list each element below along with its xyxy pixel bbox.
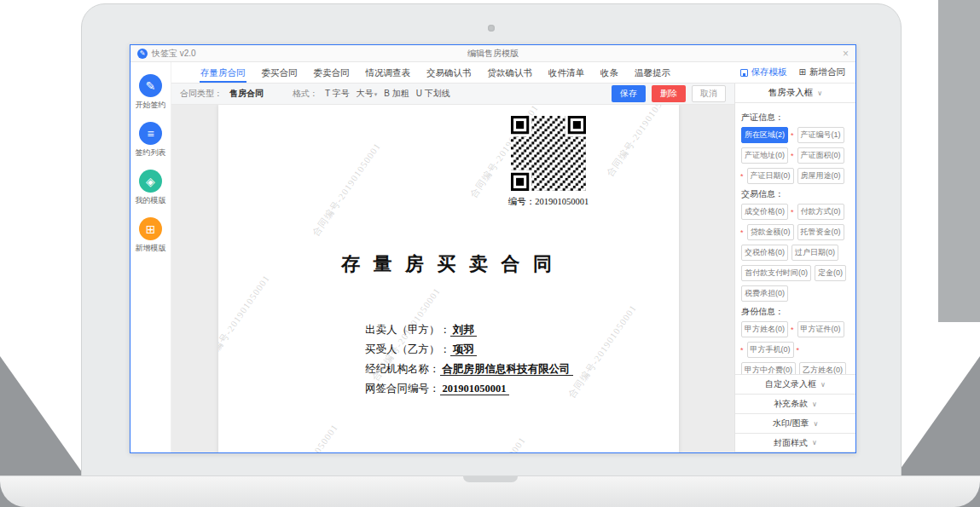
field-tag[interactable]: 产证地址(0): [741, 147, 788, 164]
font-size-button[interactable]: T 字号: [325, 88, 350, 100]
contract-field-row: 经纪机构名称：合肥房朋信息科技有限公司: [365, 360, 573, 379]
field-tag[interactable]: 房屋用途(0): [797, 168, 844, 184]
required-marker: *: [791, 208, 794, 216]
collapse-label: 补充条款: [774, 398, 808, 410]
field-value[interactable]: 项羽: [450, 343, 477, 356]
laptop-camera-dot: [488, 25, 495, 32]
tab-situation-survey[interactable]: 情况调查表: [365, 63, 412, 83]
contract-field-row: 买受人（乙方）：项羽: [365, 340, 573, 360]
field-tag[interactable]: 产证编号(1): [797, 127, 844, 143]
field-tag[interactable]: 乙方姓名(0): [799, 362, 846, 374]
collapse-cover-style[interactable]: 封面样式 ∨: [735, 433, 855, 452]
field-tag[interactable]: 首付款支付时间(0): [741, 265, 811, 281]
sidebar-item-label: 我的模版: [136, 195, 166, 206]
required-marker: *: [791, 152, 794, 160]
save-icon: [740, 69, 748, 77]
required-marker: *: [740, 346, 744, 354]
field-tag[interactable]: 付款方式(0): [797, 204, 844, 220]
qr-code: [511, 116, 586, 191]
tab-warm-tips[interactable]: 温馨提示: [634, 63, 671, 83]
field-tag[interactable]: 产证日期(0): [747, 168, 794, 184]
tab-stock-house-contract[interactable]: 存量房合同: [200, 63, 246, 83]
screenshot-stage: ✎ 快签宝 v2.0 编辑售房模版 × ✎ 开始签约 ≡ 签约列表 ◈ 我的模版: [0, 0, 980, 507]
panel-header-label: 售房录入框: [768, 87, 814, 99]
save-template-button[interactable]: 保存模板: [740, 66, 787, 78]
tab-receipt[interactable]: 收条: [600, 63, 619, 83]
section-title: 产证信息：: [741, 112, 850, 124]
collapse-extra-clauses[interactable]: 补充条款 ∨: [735, 394, 855, 413]
delete-button[interactable]: 删除: [652, 85, 686, 102]
tab-loan-confirmation[interactable]: 贷款确认书: [487, 63, 534, 83]
app-window: ✎ 快签宝 v2.0 编辑售房模版 × ✎ 开始签约 ≡ 签约列表 ◈ 我的模版: [130, 44, 856, 453]
field-tag[interactable]: 托管资金(0): [797, 224, 844, 240]
field-tag[interactable]: 所在区域(2): [741, 127, 788, 143]
field-value[interactable]: 合肥房朋信息科技有限公司: [440, 363, 573, 376]
field-tag[interactable]: 贷款金额(0): [747, 224, 794, 240]
sidebar-item-start-sign[interactable]: ✎ 开始签约: [136, 74, 166, 111]
watermark-text: 合同编号-201901050001: [310, 141, 384, 239]
chevron-down-icon: ∨: [812, 400, 817, 408]
field-tag[interactable]: 定金(0): [815, 265, 846, 281]
sidebar-item-my-templates[interactable]: ◈ 我的模版: [136, 170, 166, 206]
bold-button[interactable]: B 加粗: [384, 88, 409, 100]
section-title: 交易信息：: [741, 188, 850, 200]
field-value[interactable]: 201901050001: [440, 383, 509, 395]
caret-down-icon: ▾: [374, 91, 378, 97]
editor-column: 合同类型： 售房合同 格式： T 字号 大号▾ B 加粗 U 下划线 保存: [171, 84, 734, 452]
required-marker: *: [740, 172, 744, 181]
collapse-label: 封面样式: [774, 437, 808, 449]
sidebar-item-new-template[interactable]: ⊞ 新增模版: [136, 217, 166, 254]
underline-button[interactable]: U 下划线: [416, 88, 450, 100]
sidebar-item-sign-list[interactable]: ≡ 签约列表: [136, 122, 166, 158]
field-tag[interactable]: 过户日期(0): [792, 245, 838, 261]
save-template-label: 保存模板: [751, 66, 787, 78]
close-icon[interactable]: ×: [843, 48, 849, 60]
field-value[interactable]: 刘邦: [450, 324, 477, 337]
panel-footer: 自定义录入框 ∨ 补充条款 ∨ 水印/图章 ∨: [735, 374, 855, 452]
sidebar-item-label: 开始签约: [136, 100, 166, 111]
contract-number-caption: 编号：201901050001: [502, 196, 594, 208]
contract-page[interactable]: 合同编号-201901050001 合同编号-201901050001 合同编号…: [218, 105, 679, 452]
collapse-custom-fields[interactable]: 自定义录入框 ∨: [735, 374, 855, 394]
window-titlebar: ✎ 快签宝 v2.0 编辑售房模版 ×: [130, 45, 855, 62]
contract-type-value: 售房合同: [229, 88, 264, 100]
qr-block: 编号：201901050001: [502, 116, 594, 208]
required-marker: *: [791, 326, 794, 334]
tab-receipt-list[interactable]: 收件清单: [548, 63, 585, 83]
document-canvas: 合同编号-201901050001 合同编号-201901050001 合同编号…: [171, 105, 734, 452]
section-tags: 甲方姓名(0)* 甲方证件(0)* 甲方手机(0)* 甲方中介费(0) 乙方姓名…: [741, 321, 850, 374]
collapse-watermark-stamp[interactable]: 水印/图章 ∨: [735, 413, 855, 433]
field-tag[interactable]: 甲方手机(0): [747, 342, 794, 358]
field-tag[interactable]: 产证面积(0): [797, 147, 844, 164]
field-tag[interactable]: 税费承担(0): [741, 285, 788, 302]
tab-sell-commission-contract[interactable]: 委卖合同: [313, 63, 351, 83]
cancel-button[interactable]: 取消: [692, 85, 726, 102]
font-size-value: 大号: [357, 89, 374, 98]
format-toolbar: 合同类型： 售房合同 格式： T 字号 大号▾ B 加粗 U 下划线 保存: [171, 84, 734, 105]
required-marker: *: [791, 131, 794, 140]
contract-tab-bar: 存量房合同 委买合同 委卖合同 情况调查表 交易确认书 贷款确认书 收件清单 收…: [171, 62, 855, 84]
tab-buy-commission-contract[interactable]: 委买合同: [261, 63, 299, 83]
new-contract-button[interactable]: ⊞ 新增合同: [799, 66, 845, 78]
chevron-down-icon: ∨: [821, 381, 826, 389]
layers-icon: ◈: [139, 170, 162, 193]
watermark-text: 合同编号-201901050001: [218, 273, 273, 372]
field-tag[interactable]: 成交价格(0): [741, 204, 788, 220]
required-marker: *: [740, 228, 744, 237]
field-tag[interactable]: 甲方姓名(0): [741, 321, 788, 337]
field-tag[interactable]: 甲方中介费(0): [741, 362, 796, 374]
panel-header[interactable]: 售房录入框 ∨: [735, 84, 855, 103]
field-tag[interactable]: 甲方证件(0): [797, 321, 844, 337]
panel-body: 产证信息： 所在区域(2)* 产证编号(1) 产证地址(0)* 产证面积(0)*…: [735, 103, 855, 374]
save-button[interactable]: 保存: [612, 85, 646, 102]
new-template-icon: ⊞: [139, 217, 162, 240]
chevron-down-icon: ∨: [817, 89, 822, 97]
required-marker: *: [797, 346, 800, 354]
section-tags: 所在区域(2)* 产证编号(1) 产证地址(0)* 产证面积(0)* 产证日期(…: [741, 127, 850, 184]
watermark-text: 合同编号-201901050001: [604, 105, 678, 179]
field-tag[interactable]: 交税价格(0): [741, 245, 788, 261]
laptop-base-notch: [463, 476, 518, 482]
tab-transaction-confirmation[interactable]: 交易确认书: [426, 63, 473, 83]
font-size-select[interactable]: 大号▾: [357, 88, 378, 100]
window-document-title: 编辑售房模版: [130, 48, 855, 60]
